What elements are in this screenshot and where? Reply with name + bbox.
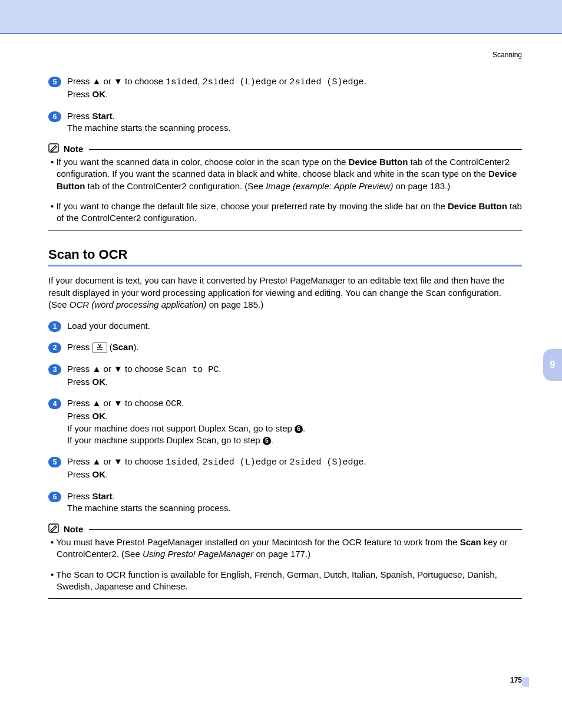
up-arrow-icon: ▲: [92, 398, 101, 408]
svg-rect-1: [49, 524, 58, 532]
ocr-step-4: 4 Press ▲ or ▼ to choose OCR. Press OK. …: [48, 397, 522, 446]
step-body: Load your document.: [67, 320, 522, 332]
step-body: Press Start. The machine starts the scan…: [67, 110, 522, 134]
step-body: Press ≚ (Scan).: [67, 341, 522, 353]
note-block: Note If you want the scanned data in col…: [48, 143, 522, 230]
step-number-icon: 1: [48, 321, 61, 332]
note-item: You must have Presto! PageManager instal…: [48, 536, 522, 561]
note-end-rule: [48, 230, 522, 230]
down-arrow-icon: ▼: [114, 76, 123, 86]
note-heading: Note: [48, 523, 522, 534]
step-body: Press ▲ or ▼ to choose 1sided, 2sided (L…: [67, 456, 522, 481]
page: 9 Scanning 5 Press ▲ or ▼ to choose 1sid…: [0, 0, 562, 728]
down-arrow-icon: ▼: [114, 364, 123, 374]
pencil-note-icon: [48, 143, 60, 154]
svg-rect-0: [49, 144, 58, 152]
section-intro: If your document is text, you can have i…: [48, 275, 522, 311]
step-number-icon: 4: [48, 398, 61, 409]
ocr-step-6: 6 Press Start. The machine starts the sc…: [48, 490, 522, 515]
step-reference-icon: 6: [295, 425, 303, 433]
step-body: Press ▲ or ▼ to choose 1sided, 2sided (L…: [67, 75, 522, 101]
note-list: If you want the scanned data in color, c…: [48, 156, 522, 224]
up-arrow-icon: ▲: [92, 76, 101, 86]
up-arrow-icon: ▲: [92, 364, 101, 374]
note-item: If you want the scanned data in color, c…: [48, 156, 522, 192]
step-body: Press ▲ or ▼ to choose OCR. Press OK. If…: [67, 397, 522, 446]
scan-key-icon: ≚: [92, 342, 107, 353]
note-list: You must have Presto! PageManager instal…: [48, 536, 522, 592]
option-2sided-ledge: 2sided (L)edge: [203, 77, 277, 87]
step-number-icon: 5: [48, 77, 61, 87]
step-body: Press ▲ or ▼ to choose Scan to PC. Press…: [67, 363, 522, 388]
option-1sided: 1sided: [166, 77, 197, 87]
note-rule: [89, 529, 522, 530]
note-block: Note You must have Presto! PageManager i…: [48, 523, 522, 599]
note-rule: [89, 149, 522, 150]
up-arrow-icon: ▲: [92, 456, 101, 466]
step-number-icon: 6: [48, 111, 61, 122]
section-title: Scan to OCR: [48, 247, 522, 262]
running-header: Scanning: [48, 51, 522, 59]
option-ocr: OCR: [166, 399, 181, 409]
note-label: Note: [64, 144, 83, 154]
note-item: The Scan to OCR function is available fo…: [48, 569, 522, 593]
section-rule: [48, 265, 522, 266]
step-body: Press Start. The machine starts the scan…: [67, 490, 522, 515]
ocr-step-1: 1 Load your document.: [48, 320, 522, 332]
page-number: 175: [510, 676, 522, 684]
down-arrow-icon: ▼: [114, 398, 123, 408]
option-2sided-ledge: 2sided (L)edge: [203, 457, 277, 467]
note-label: Note: [64, 524, 83, 534]
step-6: 6 Press Start. The machine starts the sc…: [48, 110, 522, 134]
top-bar: [0, 0, 562, 34]
chapter-tab-label: 9: [550, 359, 555, 371]
option-1sided: 1sided: [166, 457, 197, 467]
ocr-step-5: 5 Press ▲ or ▼ to choose 1sided, 2sided …: [48, 456, 522, 481]
step-number-icon: 6: [48, 492, 61, 502]
option-scan-to-pc: Scan to PC: [166, 365, 219, 375]
option-2sided-sedge: 2sided (S)edge: [289, 77, 363, 87]
step-number-icon: 2: [48, 342, 61, 353]
content: Scanning 5 Press ▲ or ▼ to choose 1sided…: [0, 34, 562, 599]
step-5: 5 Press ▲ or ▼ to choose 1sided, 2sided …: [48, 75, 522, 101]
chapter-tab: 9: [543, 349, 562, 381]
down-arrow-icon: ▼: [114, 456, 123, 466]
step-reference-icon: 5: [263, 437, 271, 445]
ocr-step-3: 3 Press ▲ or ▼ to choose Scan to PC. Pre…: [48, 363, 522, 388]
pencil-note-icon: [48, 523, 60, 534]
step-number-icon: 5: [48, 457, 61, 467]
note-item: If you want to change the default file s…: [48, 200, 522, 225]
ocr-step-2: 2 Press ≚ (Scan).: [48, 341, 522, 353]
note-end-rule: [48, 598, 522, 599]
note-heading: Note: [48, 143, 522, 154]
page-number-tab: [522, 677, 529, 687]
option-2sided-sedge: 2sided (S)edge: [289, 457, 363, 467]
step-number-icon: 3: [48, 364, 61, 375]
